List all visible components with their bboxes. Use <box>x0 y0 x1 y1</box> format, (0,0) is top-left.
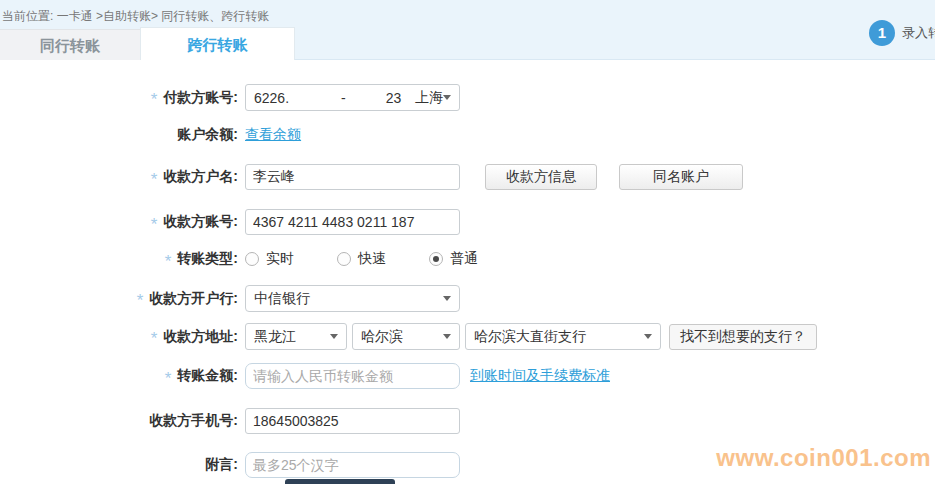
required-star: * <box>165 253 172 270</box>
page-header: 当前位置: 一卡通 >自助转账> 同行转账、跨行转账 同行转账 跨行转账 1 录… <box>0 0 935 60</box>
payee-bank-select[interactable]: 中信银行 <box>245 285 460 312</box>
payee-address-label: 收款方地址: <box>163 328 238 346</box>
amount-row: * 转账金额: 到账时间及手续费标准 <box>0 363 610 389</box>
payer-account-select[interactable]: 6226. - 23 上海 <box>245 84 460 111</box>
chevron-down-icon <box>443 334 451 339</box>
step-label: 录入转账信息 <box>902 24 935 42</box>
radio-normal[interactable]: 普通 <box>429 250 478 268</box>
payer-account-city: 上海 <box>415 89 443 107</box>
province-select[interactable]: 黑龙江 <box>245 323 347 350</box>
payee-name-input[interactable] <box>245 164 460 190</box>
payee-phone-row: * 收款方手机号: <box>0 408 460 434</box>
payee-phone-input[interactable] <box>245 408 460 434</box>
required-star: * <box>165 370 172 387</box>
payee-name-row: * 收款方户名: 收款方信息 同名账户 <box>0 164 743 190</box>
tab-interbank-transfer[interactable]: 跨行转账 <box>140 27 295 60</box>
transfer-type-options: 实时 快速 普通 <box>245 250 521 268</box>
payee-bank-value: 中信银行 <box>254 290 310 308</box>
radio-circle-checked-icon <box>429 252 443 266</box>
transfer-page: 当前位置: 一卡通 >自助转账> 同行转账、跨行转账 同行转账 跨行转账 1 录… <box>0 0 935 484</box>
required-star: * <box>151 91 158 108</box>
radio-circle-icon <box>337 252 351 266</box>
payee-address-row: * 收款方地址: 黑龙江 哈尔滨 哈尔滨大直街支行 找不到想要的支行？ <box>0 323 817 350</box>
payer-account-separator: - <box>341 90 346 106</box>
balance-row: * 账户余额: 查看余额 <box>0 126 301 144</box>
required-star: * <box>151 216 158 233</box>
province-value: 黑龙江 <box>254 328 296 346</box>
amount-input[interactable] <box>245 363 460 389</box>
payee-account-input[interactable] <box>245 209 460 235</box>
payee-bank-label: 收款方开户行: <box>149 290 238 308</box>
arrival-time-fee-link[interactable]: 到账时间及手续费标准 <box>470 367 610 385</box>
chevron-down-icon <box>443 296 451 301</box>
required-star: * <box>151 171 158 188</box>
city-value: 哈尔滨 <box>361 328 403 346</box>
balance-label: 账户余额: <box>177 126 238 144</box>
view-balance-link[interactable]: 查看余额 <box>245 126 301 144</box>
memo-input[interactable] <box>245 452 460 478</box>
required-star: * <box>137 292 144 309</box>
transfer-type-row: * 转账类型: 实时 快速 普通 <box>0 250 521 268</box>
tab-bar: 同行转账 跨行转账 <box>0 27 295 60</box>
payee-phone-label: 收款方手机号: <box>149 412 238 430</box>
payee-name-label: 收款方户名: <box>163 168 238 186</box>
chevron-down-icon <box>443 95 451 100</box>
payer-account-number-suffix: 23 <box>386 90 402 106</box>
branch-value: 哈尔滨大直街支行 <box>474 328 586 346</box>
chevron-down-icon <box>644 334 652 339</box>
radio-realtime[interactable]: 实时 <box>245 250 294 268</box>
payee-account-row: * 收款方账号: <box>0 209 460 235</box>
payee-bank-row: * 收款方开户行: 中信银行 <box>0 285 460 312</box>
radio-fast[interactable]: 快速 <box>337 250 386 268</box>
tab-same-bank-transfer[interactable]: 同行转账 <box>0 29 140 60</box>
required-star: * <box>151 330 158 347</box>
step-number-badge: 1 <box>869 20 895 46</box>
chevron-down-icon <box>330 334 338 339</box>
memo-label: 附言: <box>205 456 238 474</box>
step-indicator: 1 录入转账信息 <box>869 20 935 46</box>
payer-account-row: * 付款方账号: 6226. - 23 上海 <box>0 84 460 111</box>
payee-info-button[interactable]: 收款方信息 <box>485 164 597 190</box>
payer-account-label: 付款方账号: <box>163 89 238 107</box>
payee-account-label: 收款方账号: <box>163 213 238 231</box>
city-select[interactable]: 哈尔滨 <box>352 323 460 350</box>
next-step-button-clipped[interactable] <box>285 479 395 484</box>
transfer-type-label: 转账类型: <box>177 250 238 268</box>
radio-circle-icon <box>245 252 259 266</box>
payer-account-number-prefix: 6226. <box>254 90 289 106</box>
breadcrumb: 当前位置: 一卡通 >自助转账> 同行转账、跨行转账 <box>2 8 269 25</box>
same-name-account-button[interactable]: 同名账户 <box>619 164 743 190</box>
amount-label: 转账金额: <box>177 367 238 385</box>
transfer-form: * 付款方账号: 6226. - 23 上海 * 账户余额: 查看余额 <box>0 60 935 484</box>
memo-row: * 附言: <box>0 452 460 478</box>
branch-select[interactable]: 哈尔滨大直街支行 <box>465 323 661 350</box>
cannot-find-branch-button[interactable]: 找不到想要的支行？ <box>669 324 817 350</box>
